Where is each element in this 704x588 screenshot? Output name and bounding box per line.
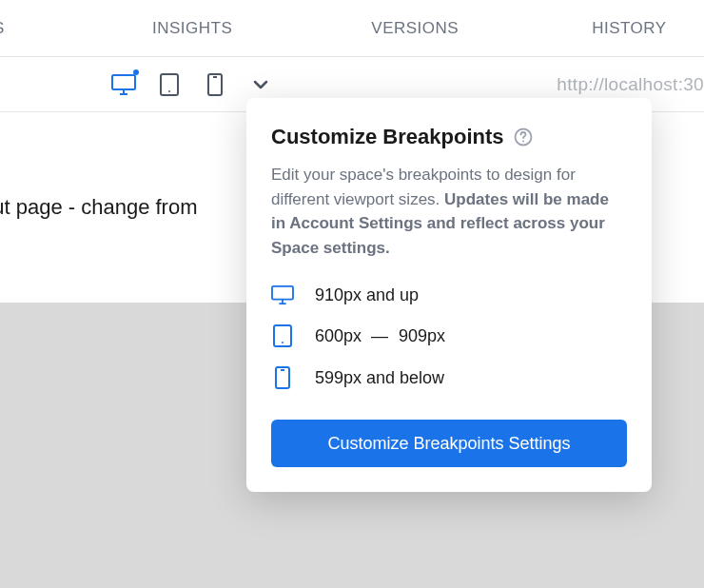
mobile-icon — [207, 73, 223, 96]
popover-title-row: Customize Breakpoints — [271, 125, 627, 149]
tablet-min: 600px — [315, 326, 362, 346]
breakpoints-popover: Customize Breakpoints Edit your space's … — [246, 98, 652, 492]
desktop-icon — [111, 73, 136, 96]
svg-rect-0 — [112, 75, 135, 89]
mobile-icon — [271, 366, 294, 389]
active-dot-icon — [133, 69, 139, 75]
breakpoint-row-desktop: 910px and up — [271, 284, 627, 305]
page-text-fragment: out page - change from — [0, 195, 197, 220]
tab-versions[interactable]: VERSIONS — [371, 19, 459, 38]
breakpoint-tablet-label: 600px — 909px — [315, 326, 445, 346]
tablet-dash: — — [371, 326, 389, 346]
breakpoint-row-mobile: 599px and below — [271, 366, 627, 389]
desktop-icon — [271, 284, 294, 305]
breakpoint-desktop-label: 910px and up — [315, 285, 419, 305]
breakpoint-mobile-label: 599px and below — [315, 368, 444, 388]
svg-point-8 — [522, 141, 524, 143]
svg-point-13 — [282, 342, 284, 343]
mobile-view-button[interactable] — [202, 71, 228, 98]
tablet-icon — [160, 73, 179, 96]
tab-insights[interactable]: INSIGHTS — [152, 19, 232, 38]
customize-breakpoints-button[interactable]: Customize Breakpoints Settings — [271, 420, 627, 467]
breakpoint-list: 910px and up 600px — 909px 599px and bel… — [271, 284, 627, 389]
desktop-view-button[interactable] — [110, 71, 137, 98]
breakpoint-dropdown-button[interactable] — [247, 71, 274, 98]
tab-history[interactable]: HISTORY — [592, 19, 666, 38]
popover-title: Customize Breakpoints — [271, 125, 504, 149]
tablet-view-button[interactable] — [156, 71, 183, 98]
breakpoint-row-tablet: 600px — 909px — [271, 324, 627, 347]
svg-rect-9 — [272, 286, 293, 300]
tablet-icon — [271, 324, 294, 347]
tablet-max: 909px — [399, 326, 445, 346]
chevron-down-icon — [253, 80, 268, 89]
popover-description: Edit your space's breakpoints to design … — [271, 163, 627, 260]
tab-truncated[interactable]: TS — [0, 19, 57, 38]
top-tabs: TS INSIGHTS VERSIONS HISTORY — [0, 0, 704, 57]
help-icon[interactable] — [514, 127, 533, 147]
svg-point-4 — [168, 90, 170, 92]
